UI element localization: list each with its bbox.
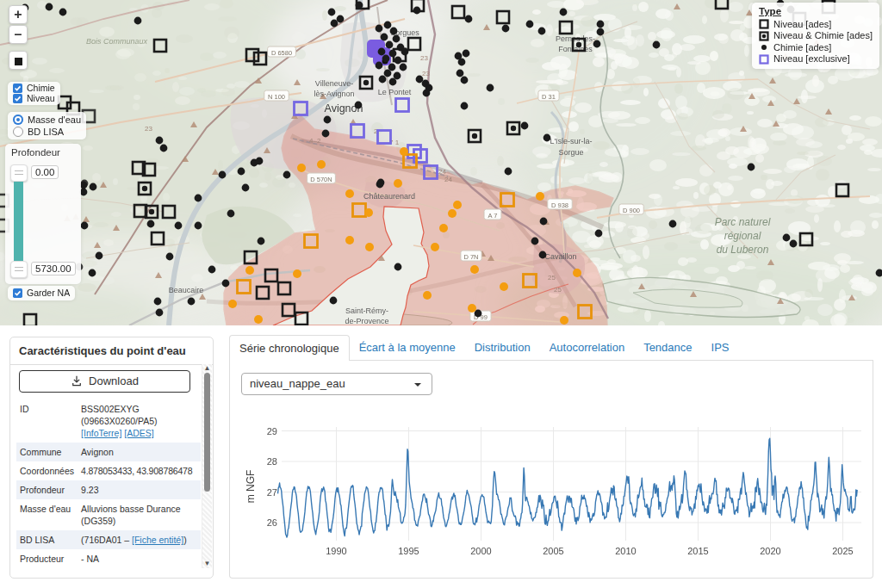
svg-text:Châteaurenard: Châteaurenard <box>363 192 415 201</box>
svg-text:Le Pontet: Le Pontet <box>378 88 412 96</box>
svg-text:D 6580: D 6580 <box>271 49 292 57</box>
svg-text:23: 23 <box>420 54 428 62</box>
svg-text:N 100: N 100 <box>268 93 285 101</box>
svg-text:de-Provence: de-Provence <box>345 317 388 325</box>
svg-text:D 570N: D 570N <box>310 176 332 183</box>
svg-text:Cavaillon: Cavaillon <box>544 252 576 261</box>
svg-text:D 938: D 938 <box>551 201 568 209</box>
svg-text:25: 25 <box>548 274 556 282</box>
svg-text:23: 23 <box>422 70 430 77</box>
svg-text:D 31: D 31 <box>542 93 556 101</box>
svg-text:Saint-Rémy-: Saint-Rémy- <box>345 306 388 315</box>
svg-text:A 7: A 7 <box>488 212 498 220</box>
svg-text:25: 25 <box>554 286 562 294</box>
svg-text:D 900: D 900 <box>623 207 640 214</box>
svg-text:Bois Communaux: Bois Communaux <box>86 37 148 46</box>
svg-text:D 7N: D 7N <box>463 253 478 261</box>
svg-text:Parc naturel: Parc naturel <box>715 216 771 228</box>
svg-text:du Luberon: du Luberon <box>717 244 769 256</box>
svg-text:régional: régional <box>724 230 761 242</box>
svg-text:4–2: 4–2 <box>309 137 321 145</box>
svg-text:Fontaines: Fontaines <box>558 45 593 53</box>
svg-text:L'Isle-sur-la-: L'Isle-sur-la- <box>550 137 592 145</box>
svg-text:23: 23 <box>145 125 152 133</box>
svg-text:Sorgue: Sorgue <box>558 148 583 157</box>
svg-text:24: 24 <box>438 168 446 176</box>
svg-text:Beaucaire: Beaucaire <box>169 286 204 294</box>
svg-text:24: 24 <box>444 176 452 183</box>
svg-text:lès-Avignon: lès-Avignon <box>314 90 355 98</box>
svg-text:Villeneuve-: Villeneuve- <box>315 79 353 88</box>
